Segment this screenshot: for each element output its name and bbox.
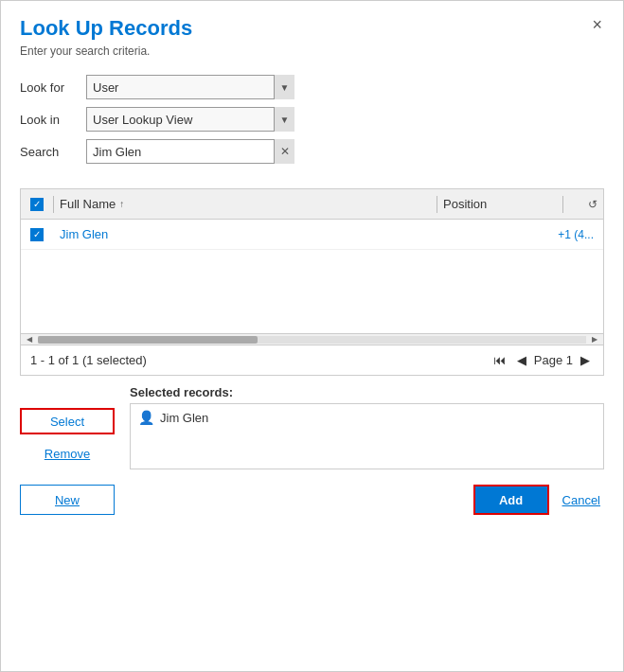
bottom-right-actions: Add Cancel (473, 485, 604, 515)
selected-records-label: Selected records: (130, 385, 604, 399)
sort-asc-icon[interactable]: ↑ (119, 199, 124, 209)
row-extra: +1 (4... (550, 228, 597, 241)
select-all-checkbox[interactable]: ✓ (30, 198, 44, 211)
person-icon: 👤 (138, 410, 154, 425)
grid-footer: 1 - 1 of 1 (1 selected) ⏮ ◀ Page 1 ▶ (21, 345, 603, 375)
col-full-name: Full Name ↑ (60, 197, 431, 211)
look-in-label: Look in (20, 113, 86, 127)
dialog-title: Look Up Records (20, 16, 604, 41)
selected-record-name: Jim Glen (160, 411, 208, 425)
col-actions: ↺ (569, 198, 597, 211)
table-row: ✓ Jim Glen +1 (4... (21, 220, 603, 250)
select-button[interactable]: Select (20, 408, 115, 434)
close-button[interactable]: × (586, 14, 608, 35)
selected-actions: Select Remove (20, 385, 115, 467)
selected-section: Select Remove Selected records: 👤 Jim Gl… (1, 376, 623, 475)
look-for-row: Look for User ▼ (20, 75, 604, 99)
grid-header: ✓ Full Name ↑ Position ↺ (21, 189, 603, 220)
dialog-subtitle: Enter your search criteria. (20, 44, 604, 58)
look-in-select[interactable]: User Lookup View (86, 107, 294, 132)
selected-records-box: 👤 Jim Glen (130, 403, 604, 469)
search-row: Search ✕ (20, 139, 604, 164)
grid-body: ✓ Jim Glen +1 (4... (21, 220, 603, 333)
search-label: Search (20, 145, 86, 159)
pagination: ⏮ ◀ Page 1 ▶ (490, 351, 594, 369)
new-button[interactable]: New (20, 485, 115, 515)
header-divider-2 (437, 196, 437, 213)
dialog-bottom: New Add Cancel (1, 475, 623, 524)
refresh-icon[interactable]: ↺ (588, 198, 597, 211)
list-item: 👤 Jim Glen (138, 410, 596, 425)
header-divider-3 (562, 196, 563, 213)
prev-page-button[interactable]: ◀ (513, 351, 530, 369)
selected-records-area: Selected records: 👤 Jim Glen (130, 385, 604, 469)
first-page-button[interactable]: ⏮ (490, 351, 509, 369)
search-input[interactable] (86, 139, 294, 164)
look-for-select[interactable]: User (86, 75, 294, 99)
look-for-select-wrapper: User ▼ (86, 75, 294, 99)
scroll-left-icon[interactable]: ◀ (23, 335, 36, 345)
look-in-row: Look in User Lookup View ▼ (20, 107, 604, 132)
look-in-select-wrapper: User Lookup View ▼ (86, 107, 294, 132)
col-position: Position (443, 197, 557, 211)
scroll-thumb[interactable] (38, 336, 258, 344)
search-input-wrapper: ✕ (86, 139, 294, 164)
horizontal-scrollbar[interactable]: ◀ ▶ (21, 333, 603, 345)
next-page-button[interactable]: ▶ (577, 351, 594, 369)
cancel-button[interactable]: Cancel (559, 493, 604, 507)
records-count: 1 - 1 of 1 (1 selected) (30, 353, 490, 367)
page-label: Page 1 (534, 353, 573, 367)
dialog-header: Look Up Records Enter your search criter… (1, 1, 623, 65)
header-divider-1 (53, 196, 54, 213)
look-for-label: Look for (20, 80, 86, 95)
row-checkbox[interactable]: ✓ (27, 228, 47, 241)
search-clear-icon[interactable]: ✕ (274, 139, 294, 164)
add-button[interactable]: Add (473, 485, 549, 515)
scroll-right-icon[interactable]: ▶ (588, 335, 601, 345)
header-checkbox[interactable]: ✓ (27, 198, 47, 211)
row-full-name[interactable]: Jim Glen (47, 227, 550, 241)
lookup-dialog: Look Up Records Enter your search criter… (0, 0, 624, 672)
form-section: Look for User ▼ Look in User Lookup View… (1, 65, 623, 181)
row-checked-icon[interactable]: ✓ (30, 228, 44, 241)
scroll-track[interactable] (38, 336, 586, 344)
remove-button[interactable]: Remove (20, 440, 115, 467)
results-grid: ✓ Full Name ↑ Position ↺ ✓ Jim Glen + (20, 188, 604, 376)
